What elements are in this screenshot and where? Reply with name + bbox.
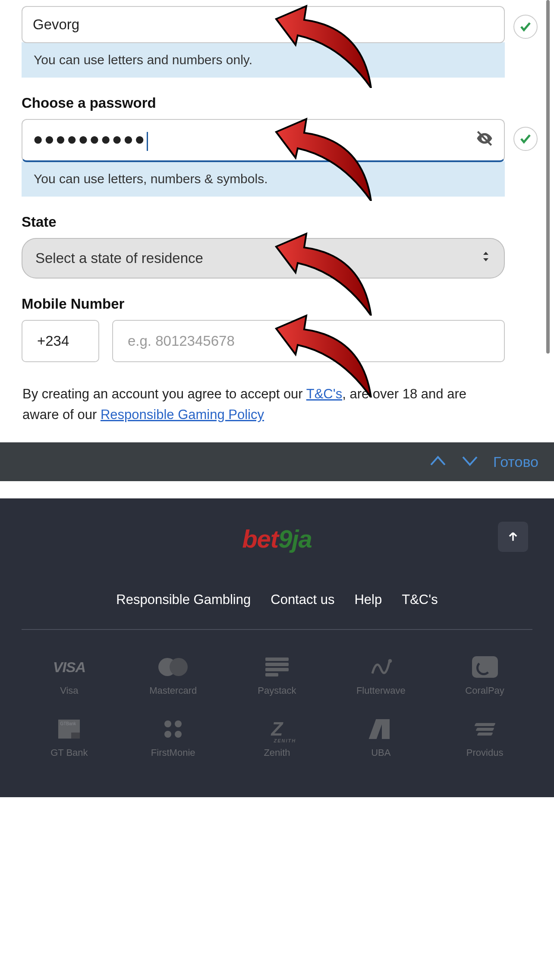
footer-link-contact-us[interactable]: Contact us — [271, 592, 334, 607]
mobile-label: Mobile Number — [22, 296, 532, 312]
keyboard-accessory-bar: Готово — [0, 442, 554, 481]
keyboard-next-icon[interactable] — [461, 454, 478, 469]
terms-link[interactable]: T&C's — [306, 386, 342, 401]
state-select[interactable]: Select a state of residence — [22, 238, 505, 279]
check-icon — [513, 15, 538, 39]
check-icon — [513, 127, 538, 151]
footer-links: Responsible Gambling Contact us Help T&C… — [22, 592, 532, 607]
payment-methods-row-1: VISA Visa Mastercard Paystack Flutterwav… — [22, 656, 532, 696]
username-input[interactable]: Gevorg — [22, 6, 505, 43]
payment-methods-row-2: GTBank GT Bank FirstMonie ZZENITH Zenith… — [22, 718, 532, 758]
scroll-to-top-button[interactable] — [498, 522, 528, 552]
password-hint: You can use letters, numbers & symbols. — [22, 161, 505, 197]
state-label: State — [22, 214, 532, 230]
payment-coralpay: CoralPay — [453, 656, 517, 696]
username-hint: You can use letters and numbers only. — [22, 42, 505, 78]
uba-icon — [372, 719, 390, 739]
password-field-group: Choose a password ●●●●●●●●●● You can u — [22, 95, 532, 197]
password-label: Choose a password — [22, 95, 532, 111]
firstmonie-icon — [164, 720, 182, 738]
payment-zenith: ZZENITH Zenith — [245, 718, 309, 758]
gtbank-icon: GTBank — [58, 720, 80, 739]
sort-icon — [481, 250, 491, 266]
state-placeholder: Select a state of residence — [35, 250, 203, 266]
footer-link-help[interactable]: Help — [354, 592, 382, 607]
zenith-icon: ZZENITH — [271, 718, 283, 740]
payment-mastercard: Mastercard — [141, 656, 205, 696]
mastercard-icon — [158, 658, 188, 676]
payment-uba: UBA — [349, 718, 413, 758]
terms-text: By creating an account you agree to acce… — [22, 379, 505, 442]
payment-providus: Providus — [453, 718, 517, 758]
username-field-group: Gevorg You can use letters and numbers o… — [22, 6, 532, 78]
brand-logo: bet9ja — [242, 524, 312, 553]
password-input[interactable]: ●●●●●●●●●● — [22, 119, 505, 162]
mobile-field-group: Mobile Number +234 e.g. 8012345678 — [22, 296, 532, 362]
footer-link-responsible-gambling[interactable]: Responsible Gambling — [116, 592, 251, 607]
payment-visa: VISA Visa — [37, 656, 101, 696]
payment-gtbank: GTBank GT Bank — [37, 718, 101, 758]
payment-flutterwave: Flutterwave — [349, 656, 413, 696]
state-field-group: State Select a state of residence — [22, 214, 532, 279]
username-value: Gevorg — [33, 16, 79, 33]
payment-firstmonie: FirstMonie — [141, 718, 205, 758]
flutterwave-icon — [364, 656, 398, 678]
paystack-icon — [265, 658, 289, 676]
keyboard-prev-icon[interactable] — [429, 454, 447, 469]
footer: bet9ja Responsible Gambling Contact us H… — [0, 498, 554, 797]
mobile-prefix[interactable]: +234 — [22, 320, 99, 362]
keyboard-done-button[interactable]: Готово — [493, 454, 538, 470]
mobile-input[interactable]: e.g. 8012345678 — [112, 320, 505, 362]
footer-link-terms[interactable]: T&C's — [402, 592, 438, 607]
text-cursor — [147, 132, 148, 151]
providus-icon — [475, 722, 495, 736]
visa-icon: VISA — [53, 659, 85, 676]
responsible-gaming-link[interactable]: Responsible Gaming Policy — [101, 407, 264, 422]
password-masked-value: ●●●●●●●●●● — [33, 129, 146, 148]
footer-divider — [22, 629, 532, 630]
toggle-password-visibility-icon[interactable] — [475, 129, 494, 151]
coralpay-icon — [472, 656, 498, 678]
payment-paystack: Paystack — [245, 656, 309, 696]
scrollbar[interactable] — [546, 0, 550, 354]
